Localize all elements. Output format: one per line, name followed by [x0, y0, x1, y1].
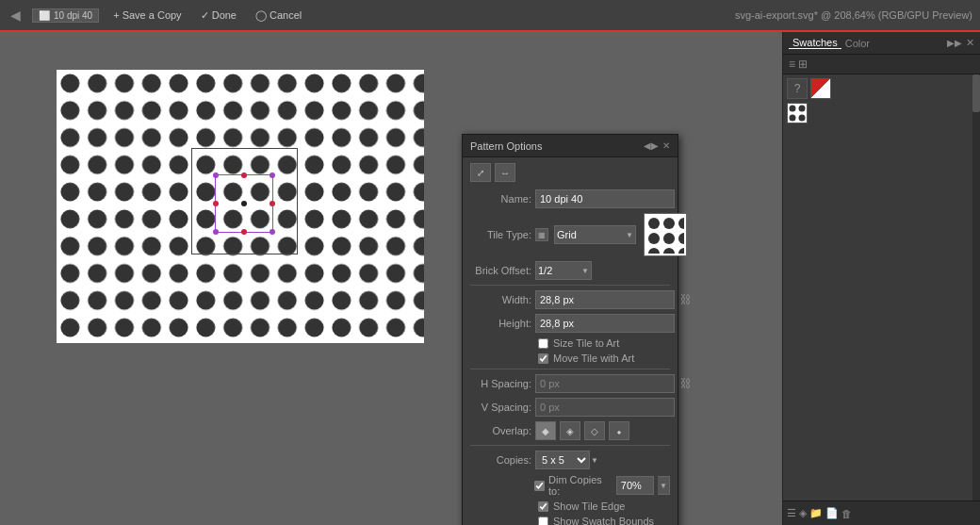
tile-type-row: Tile Type: ▦ Grid Brick by Row Brick by … — [470, 213, 670, 256]
dot-pattern-svg — [57, 70, 424, 343]
h-spacing-row: H Spacing: ⛓ — [470, 374, 670, 393]
size-tile-checkbox[interactable] — [538, 338, 548, 349]
swatch-pattern-svg — [788, 104, 807, 123]
list-view-icon[interactable]: ≡ — [789, 57, 795, 71]
copies-select[interactable]: 5 x 5 3 x 3 7 x 7 — [535, 451, 590, 469]
panel-title: Pattern Options — [470, 140, 644, 152]
show-tile-edge-row: Show Tile Edge — [470, 500, 670, 512]
brick-offset-select-wrapper: 1/2 1/3 1/4 — [535, 261, 592, 280]
panel-header[interactable]: Pattern Options ◀▶ ✕ — [463, 135, 678, 157]
size-tile-label: Size Tile to Art — [553, 337, 619, 349]
show-tile-edge-label: Show Tile Edge — [553, 500, 625, 512]
move-icon-btn[interactable]: ↔ — [495, 163, 515, 182]
svg-point-16 — [799, 115, 806, 122]
dim-copies-row: Dim Copies to: ▼ — [470, 474, 670, 497]
size-tile-row: Size Tile to Art — [470, 337, 670, 349]
tile-preview — [644, 213, 687, 256]
h-spacing-label: H Spacing: — [470, 378, 531, 389]
overlap-btn-1[interactable]: ◆ — [535, 421, 556, 440]
swatch-menu-btn[interactable]: ☰ — [787, 507, 796, 519]
width-row: Width: ⛓ — [470, 290, 670, 309]
overlap-btn-2[interactable]: ◈ — [560, 421, 580, 440]
dim-copies-label: Dim Copies to: — [548, 474, 612, 497]
v-spacing-label: V Spacing: — [470, 402, 531, 413]
overlap-row: Overlap: ◆ ◈ ◇ ⬥ — [470, 421, 670, 440]
dpi-badge: ⬜ 10 dpi 40 — [32, 8, 99, 23]
overlap-label: Overlap: — [470, 425, 531, 436]
canvas-area: Pattern Options ◀▶ ✕ ⤢ ↔ Name: — [0, 32, 782, 525]
width-input[interactable] — [535, 290, 675, 309]
swatch-registration[interactable] — [810, 78, 831, 99]
panel-arrows[interactable]: ▶▶ — [947, 38, 962, 48]
svg-point-4 — [663, 218, 675, 229]
color-tab[interactable]: Color — [841, 38, 874, 49]
copies-select-wrapper: 5 x 5 3 x 3 7 x 7 — [535, 451, 601, 469]
top-bar: ◀ ⬜ 10 dpi 40 + Save a Copy ✓ Done ◯ Can… — [0, 0, 980, 32]
swatches-tab[interactable]: Swatches — [789, 37, 841, 49]
swatch-pattern[interactable] — [787, 103, 808, 123]
canvas-background — [57, 70, 424, 343]
move-tile-label: Move Tile with Art — [553, 353, 634, 364]
show-swatch-bounds-checkbox[interactable] — [538, 517, 548, 526]
divider-3 — [470, 445, 670, 446]
main-area: Pattern Options ◀▶ ✕ ⤢ ↔ Name: — [0, 32, 980, 525]
copies-label: Copies: — [470, 454, 531, 466]
swatch-row-2 — [787, 103, 976, 123]
tile-type-label: Tile Type: — [470, 229, 531, 240]
swatch-new-group-btn[interactable]: 📁 — [809, 507, 823, 519]
right-panel: Swatches Color ▶▶ ✕ ≡ ⊞ ? — [782, 32, 980, 525]
tile-type-select-wrapper: Grid Brick by Row Brick by Column Hex by… — [554, 225, 636, 244]
swatches-bottom-toolbar: ☰ ◈ 📁 📄 🗑 — [783, 500, 980, 525]
show-tile-edge-checkbox[interactable] — [538, 501, 548, 512]
panel-close-btn[interactable]: ✕ — [662, 140, 670, 151]
dpi-icon: ⬜ — [39, 10, 50, 21]
h-spacing-input[interactable] — [535, 374, 675, 393]
pattern-options-panel: Pattern Options ◀▶ ✕ ⤢ ↔ Name: — [462, 134, 678, 525]
brick-offset-select[interactable]: 1/2 1/3 1/4 — [535, 261, 592, 280]
swatch-show-kinds-btn[interactable]: ◈ — [799, 507, 807, 519]
overlap-btn-3[interactable]: ◇ — [584, 421, 605, 440]
scrollbar-thumb — [972, 74, 980, 112]
brick-offset-row: Brick Offset: 1/2 1/3 1/4 — [470, 261, 670, 280]
dim-copies-input[interactable] — [616, 476, 654, 495]
copies-row: Copies: 5 x 5 3 x 3 7 x 7 — [470, 451, 670, 469]
save-copy-button[interactable]: + Save a Copy — [108, 8, 186, 23]
tile-type-select[interactable]: Grid Brick by Row Brick by Column Hex by… — [554, 225, 636, 244]
link-icon-2[interactable]: ⛓ — [680, 377, 692, 390]
swatches-area: ? — [783, 74, 980, 500]
svg-point-7 — [663, 233, 675, 244]
v-spacing-input[interactable] — [535, 398, 675, 417]
divider-2 — [470, 369, 670, 369]
panel-menu-btn[interactable]: ✕ — [966, 37, 974, 49]
name-input[interactable] — [535, 189, 675, 208]
grid-view-icon[interactable]: ⊞ — [798, 57, 808, 71]
overlap-buttons: ◆ ◈ ◇ ⬥ — [535, 421, 631, 440]
swatch-delete-btn[interactable]: 🗑 — [841, 508, 852, 519]
dim-copies-arrow[interactable]: ▼ — [658, 476, 670, 495]
panel-header-icons: ◀▶ ✕ — [644, 140, 670, 151]
overlap-btn-4[interactable]: ⬥ — [609, 421, 629, 440]
swatches-header: Swatches Color ▶▶ ✕ — [783, 32, 980, 55]
panel-arrows-icon[interactable]: ◀▶ — [644, 140, 659, 151]
swatch-none[interactable]: ? — [787, 78, 808, 99]
swatch-row-1: ? — [787, 78, 976, 99]
v-spacing-row: V Spacing: — [470, 398, 670, 417]
window-title: svg-ai-export.svg* @ 208,64% (RGB/GPU Pr… — [735, 9, 972, 21]
back-arrow[interactable]: ◀ — [8, 8, 23, 23]
grid-icon: ▦ — [535, 228, 548, 241]
move-tile-checkbox[interactable] — [538, 353, 548, 364]
swatches-toolbar: ≡ ⊞ — [783, 55, 980, 74]
svg-point-13 — [790, 106, 796, 112]
done-button[interactable]: ✓ Done — [196, 8, 241, 24]
name-row: Name: — [470, 189, 670, 208]
svg-rect-1 — [57, 70, 424, 343]
resize-icon-btn[interactable]: ⤢ — [470, 163, 491, 182]
scrollbar[interactable] — [972, 74, 980, 500]
cancel-button[interactable]: ◯ Cancel — [251, 8, 306, 24]
swatch-new-btn[interactable]: 📄 — [825, 507, 839, 519]
panel-body: ⤢ ↔ Name: Tile Type: ▦ Grid — [463, 157, 678, 525]
height-label: Height: — [470, 318, 531, 329]
link-icon[interactable]: ⛓ — [680, 293, 692, 306]
height-input[interactable] — [535, 314, 675, 333]
dim-copies-checkbox[interactable] — [534, 481, 545, 491]
